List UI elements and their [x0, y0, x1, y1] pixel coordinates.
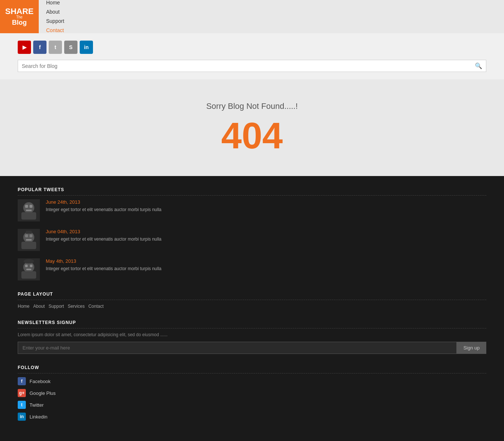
layout-link-services[interactable]: Services — [68, 304, 84, 309]
follow-linkedin[interactable]: in Linkedin — [18, 413, 486, 421]
svg-rect-5 — [26, 210, 32, 211]
tweet-date-2: June 04th, 2013 — [46, 229, 162, 234]
svg-rect-12 — [26, 231, 32, 234]
follow-twitter-label: Twitter — [30, 402, 44, 408]
nav-support[interactable]: Support — [46, 17, 64, 26]
tweet-content-2: June 04th, 2013 Integer eget tortor et e… — [46, 229, 162, 242]
tweet-avatar-1 — [18, 199, 40, 221]
tweet-text-3: Integer eget tortor et elit venenatis au… — [46, 265, 162, 272]
popular-tweets-section: POPULAR TWEETS June 24th, 2013 Integer e… — [18, 187, 486, 280]
svg-rect-2 — [21, 212, 36, 220]
error-message: Sorry Blog Not Found.....! — [7, 101, 497, 111]
search-input[interactable] — [22, 63, 475, 69]
svg-rect-18 — [26, 269, 31, 270]
nav-home[interactable]: Home — [46, 0, 64, 7]
newsletter-form: Sign up — [18, 342, 486, 354]
main-nav: Home About Support Contact — [39, 0, 64, 33]
tweet-content-3: May 4th, 2013 Integer eget tortor et eli… — [46, 258, 162, 272]
facebook-follow-icon: f — [18, 377, 26, 385]
popular-tweets-title: POPULAR TWEETS — [18, 187, 486, 196]
svg-rect-15 — [21, 271, 36, 279]
tweet-item-1: June 24th, 2013 Integer eget tortor et e… — [18, 199, 486, 221]
follow-linkedin-label: Linkedin — [30, 414, 47, 420]
svg-rect-11 — [26, 239, 32, 241]
search-bar: 🔍 — [18, 60, 486, 72]
error-code: 404 — [7, 117, 497, 154]
nav-about[interactable]: About — [46, 7, 64, 17]
follow-google-plus[interactable]: g+ Google Plus — [18, 389, 486, 397]
logo-blog: Blog — [12, 19, 27, 26]
tweet-date-3: May 4th, 2013 — [46, 258, 162, 264]
twitter-follow-icon: t — [18, 401, 26, 409]
follow-twitter[interactable]: t Twitter — [18, 401, 486, 409]
follow-facebook[interactable]: f Facebook — [18, 377, 486, 385]
svg-rect-4 — [30, 205, 32, 208]
svg-rect-10 — [30, 234, 32, 237]
tweet-item-2: June 04th, 2013 Integer eget tortor et e… — [18, 229, 486, 251]
footer: POPULAR TWEETS June 24th, 2013 Integer e… — [0, 176, 504, 441]
svg-rect-14 — [23, 262, 34, 272]
layout-link-contact[interactable]: Contact — [88, 304, 103, 309]
tweet-avatar-3 — [18, 258, 40, 280]
svg-rect-1 — [23, 202, 34, 213]
social-icons-row: ▶ f t S in — [18, 41, 486, 54]
page-layout-title: PAGE LAYOUT — [18, 292, 486, 300]
svg-rect-8 — [21, 242, 36, 249]
skype-social-icon[interactable]: S — [64, 41, 77, 54]
newsletter-description: Lorem ipsum dolor sit amet, consectetur … — [18, 332, 486, 337]
tweet-text-1: Integer eget tortor et elit venenatis au… — [46, 206, 162, 213]
google-plus-follow-icon: g+ — [18, 389, 26, 397]
logo-share: SHARE — [5, 7, 34, 15]
facebook-social-icon[interactable]: f — [33, 41, 46, 54]
tweet-content-1: June 24th, 2013 Integer eget tortor et e… — [46, 199, 162, 213]
newsletter-email-input[interactable] — [18, 342, 457, 354]
layout-link-about[interactable]: About — [33, 304, 45, 309]
follow-title: FOLLOW — [18, 365, 486, 373]
tweet-avatar-2 — [18, 229, 40, 251]
page-layout-section: PAGE LAYOUT Home About Support Services … — [18, 292, 486, 309]
youtube-icon[interactable]: ▶ — [18, 41, 31, 54]
search-icon: 🔍 — [475, 62, 482, 69]
header: SHARE The Blog Home About Support Contac… — [0, 0, 504, 79]
newsletter-title: NEWSLETTERS SIGNUP — [18, 320, 486, 328]
twitter-social-icon[interactable]: t — [49, 41, 62, 54]
follow-section: FOLLOW f Facebook g+ Google Plus t Twitt… — [18, 365, 486, 421]
linkedin-follow-icon: in — [18, 413, 26, 421]
svg-rect-16 — [25, 265, 28, 267]
newsletter-signup-button[interactable]: Sign up — [457, 342, 486, 354]
layout-link-support[interactable]: Support — [48, 304, 64, 309]
newsletter-section: NEWSLETTERS SIGNUP Lorem ipsum dolor sit… — [18, 320, 486, 354]
tweet-date-1: June 24th, 2013 — [46, 199, 162, 205]
tweet-item-3: May 4th, 2013 Integer eget tortor et eli… — [18, 258, 486, 280]
social-search-area: ▶ f t S in 🔍 — [0, 33, 504, 79]
svg-rect-17 — [30, 265, 32, 267]
site-logo[interactable]: SHARE The Blog — [0, 0, 39, 33]
tweet-text-2: Integer eget tortor et elit venenatis au… — [46, 236, 162, 242]
linkedin-social-icon[interactable]: in — [80, 41, 93, 54]
follow-facebook-label: Facebook — [30, 379, 51, 384]
svg-point-19 — [24, 259, 34, 263]
page-layout-links: Home About Support Services Contact — [18, 304, 486, 309]
error-section: Sorry Blog Not Found.....! 404 — [0, 79, 504, 176]
svg-rect-9 — [25, 234, 28, 237]
follow-google-plus-label: Google Plus — [30, 390, 56, 396]
svg-rect-3 — [25, 205, 28, 208]
follow-list: f Facebook g+ Google Plus t Twitter in L… — [18, 377, 486, 421]
nav-contact[interactable]: Contact — [46, 26, 64, 35]
layout-link-home[interactable]: Home — [18, 304, 30, 309]
